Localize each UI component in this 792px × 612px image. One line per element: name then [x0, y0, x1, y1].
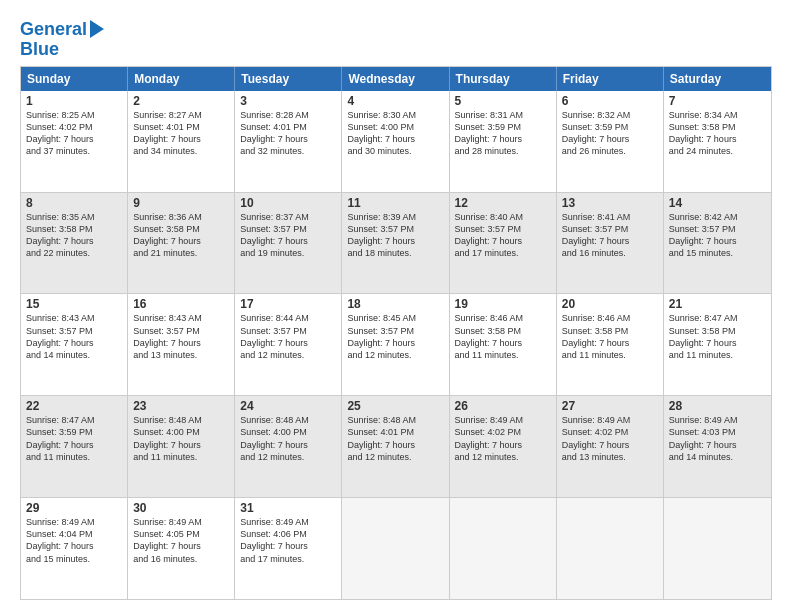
cell-details: Sunrise: 8:30 AMSunset: 4:00 PMDaylight:… — [347, 109, 443, 158]
cell-details: Sunrise: 8:43 AMSunset: 3:57 PMDaylight:… — [133, 312, 229, 361]
calendar-row-3: 15Sunrise: 8:43 AMSunset: 3:57 PMDayligh… — [21, 294, 771, 396]
day-number: 13 — [562, 196, 658, 210]
day-number: 21 — [669, 297, 766, 311]
day-number: 1 — [26, 94, 122, 108]
calendar-cell: 14Sunrise: 8:42 AMSunset: 3:57 PMDayligh… — [664, 193, 771, 294]
calendar-cell: 26Sunrise: 8:49 AMSunset: 4:02 PMDayligh… — [450, 396, 557, 497]
header-cell-tuesday: Tuesday — [235, 67, 342, 91]
day-number: 3 — [240, 94, 336, 108]
day-number: 17 — [240, 297, 336, 311]
logo: General Blue — [20, 20, 106, 60]
calendar-cell: 15Sunrise: 8:43 AMSunset: 3:57 PMDayligh… — [21, 294, 128, 395]
calendar-cell: 18Sunrise: 8:45 AMSunset: 3:57 PMDayligh… — [342, 294, 449, 395]
cell-details: Sunrise: 8:37 AMSunset: 3:57 PMDaylight:… — [240, 211, 336, 260]
calendar-cell: 9Sunrise: 8:36 AMSunset: 3:58 PMDaylight… — [128, 193, 235, 294]
svg-marker-0 — [90, 20, 104, 38]
header-cell-monday: Monday — [128, 67, 235, 91]
header-cell-wednesday: Wednesday — [342, 67, 449, 91]
day-number: 2 — [133, 94, 229, 108]
logo-icon — [88, 18, 106, 40]
day-number: 25 — [347, 399, 443, 413]
day-number: 5 — [455, 94, 551, 108]
calendar-cell: 16Sunrise: 8:43 AMSunset: 3:57 PMDayligh… — [128, 294, 235, 395]
day-number: 31 — [240, 501, 336, 515]
day-number: 22 — [26, 399, 122, 413]
cell-details: Sunrise: 8:46 AMSunset: 3:58 PMDaylight:… — [562, 312, 658, 361]
day-number: 19 — [455, 297, 551, 311]
page: General Blue SundayMondayTuesdayWednesda… — [0, 0, 792, 612]
day-number: 18 — [347, 297, 443, 311]
cell-details: Sunrise: 8:45 AMSunset: 3:57 PMDaylight:… — [347, 312, 443, 361]
calendar-cell: 29Sunrise: 8:49 AMSunset: 4:04 PMDayligh… — [21, 498, 128, 599]
cell-details: Sunrise: 8:31 AMSunset: 3:59 PMDaylight:… — [455, 109, 551, 158]
calendar-cell — [342, 498, 449, 599]
header-cell-friday: Friday — [557, 67, 664, 91]
calendar-cell: 4Sunrise: 8:30 AMSunset: 4:00 PMDaylight… — [342, 91, 449, 192]
cell-details: Sunrise: 8:39 AMSunset: 3:57 PMDaylight:… — [347, 211, 443, 260]
calendar-cell: 28Sunrise: 8:49 AMSunset: 4:03 PMDayligh… — [664, 396, 771, 497]
day-number: 12 — [455, 196, 551, 210]
header-cell-thursday: Thursday — [450, 67, 557, 91]
cell-details: Sunrise: 8:43 AMSunset: 3:57 PMDaylight:… — [26, 312, 122, 361]
day-number: 6 — [562, 94, 658, 108]
day-number: 10 — [240, 196, 336, 210]
day-number: 4 — [347, 94, 443, 108]
calendar-cell: 30Sunrise: 8:49 AMSunset: 4:05 PMDayligh… — [128, 498, 235, 599]
cell-details: Sunrise: 8:47 AMSunset: 3:59 PMDaylight:… — [26, 414, 122, 463]
calendar-cell: 13Sunrise: 8:41 AMSunset: 3:57 PMDayligh… — [557, 193, 664, 294]
calendar-cell: 10Sunrise: 8:37 AMSunset: 3:57 PMDayligh… — [235, 193, 342, 294]
calendar-cell: 1Sunrise: 8:25 AMSunset: 4:02 PMDaylight… — [21, 91, 128, 192]
day-number: 27 — [562, 399, 658, 413]
logo-text-line1: General — [20, 20, 87, 40]
cell-details: Sunrise: 8:47 AMSunset: 3:58 PMDaylight:… — [669, 312, 766, 361]
calendar-cell: 12Sunrise: 8:40 AMSunset: 3:57 PMDayligh… — [450, 193, 557, 294]
day-number: 9 — [133, 196, 229, 210]
day-number: 20 — [562, 297, 658, 311]
calendar-cell: 11Sunrise: 8:39 AMSunset: 3:57 PMDayligh… — [342, 193, 449, 294]
calendar-cell: 17Sunrise: 8:44 AMSunset: 3:57 PMDayligh… — [235, 294, 342, 395]
header: General Blue — [20, 16, 772, 60]
day-number: 29 — [26, 501, 122, 515]
cell-details: Sunrise: 8:48 AMSunset: 4:01 PMDaylight:… — [347, 414, 443, 463]
calendar-cell: 5Sunrise: 8:31 AMSunset: 3:59 PMDaylight… — [450, 91, 557, 192]
header-cell-sunday: Sunday — [21, 67, 128, 91]
calendar-cell: 7Sunrise: 8:34 AMSunset: 3:58 PMDaylight… — [664, 91, 771, 192]
calendar-cell — [557, 498, 664, 599]
day-number: 28 — [669, 399, 766, 413]
day-number: 23 — [133, 399, 229, 413]
calendar-row-5: 29Sunrise: 8:49 AMSunset: 4:04 PMDayligh… — [21, 498, 771, 599]
calendar-cell: 2Sunrise: 8:27 AMSunset: 4:01 PMDaylight… — [128, 91, 235, 192]
calendar-cell: 3Sunrise: 8:28 AMSunset: 4:01 PMDaylight… — [235, 91, 342, 192]
cell-details: Sunrise: 8:27 AMSunset: 4:01 PMDaylight:… — [133, 109, 229, 158]
day-number: 24 — [240, 399, 336, 413]
day-number: 14 — [669, 196, 766, 210]
cell-details: Sunrise: 8:44 AMSunset: 3:57 PMDaylight:… — [240, 312, 336, 361]
calendar-cell: 27Sunrise: 8:49 AMSunset: 4:02 PMDayligh… — [557, 396, 664, 497]
cell-details: Sunrise: 8:49 AMSunset: 4:05 PMDaylight:… — [133, 516, 229, 565]
calendar-cell: 19Sunrise: 8:46 AMSunset: 3:58 PMDayligh… — [450, 294, 557, 395]
day-number: 15 — [26, 297, 122, 311]
cell-details: Sunrise: 8:49 AMSunset: 4:04 PMDaylight:… — [26, 516, 122, 565]
cell-details: Sunrise: 8:49 AMSunset: 4:03 PMDaylight:… — [669, 414, 766, 463]
day-number: 8 — [26, 196, 122, 210]
calendar-cell — [664, 498, 771, 599]
cell-details: Sunrise: 8:41 AMSunset: 3:57 PMDaylight:… — [562, 211, 658, 260]
calendar-cell: 22Sunrise: 8:47 AMSunset: 3:59 PMDayligh… — [21, 396, 128, 497]
cell-details: Sunrise: 8:32 AMSunset: 3:59 PMDaylight:… — [562, 109, 658, 158]
cell-details: Sunrise: 8:49 AMSunset: 4:06 PMDaylight:… — [240, 516, 336, 565]
day-number: 11 — [347, 196, 443, 210]
header-cell-saturday: Saturday — [664, 67, 771, 91]
cell-details: Sunrise: 8:40 AMSunset: 3:57 PMDaylight:… — [455, 211, 551, 260]
calendar-cell — [450, 498, 557, 599]
cell-details: Sunrise: 8:48 AMSunset: 4:00 PMDaylight:… — [240, 414, 336, 463]
calendar-cell: 23Sunrise: 8:48 AMSunset: 4:00 PMDayligh… — [128, 396, 235, 497]
logo-text-line2: Blue — [20, 40, 106, 60]
cell-details: Sunrise: 8:48 AMSunset: 4:00 PMDaylight:… — [133, 414, 229, 463]
cell-details: Sunrise: 8:49 AMSunset: 4:02 PMDaylight:… — [562, 414, 658, 463]
calendar-cell: 20Sunrise: 8:46 AMSunset: 3:58 PMDayligh… — [557, 294, 664, 395]
calendar-cell: 31Sunrise: 8:49 AMSunset: 4:06 PMDayligh… — [235, 498, 342, 599]
cell-details: Sunrise: 8:36 AMSunset: 3:58 PMDaylight:… — [133, 211, 229, 260]
day-number: 16 — [133, 297, 229, 311]
calendar-cell: 24Sunrise: 8:48 AMSunset: 4:00 PMDayligh… — [235, 396, 342, 497]
calendar-header: SundayMondayTuesdayWednesdayThursdayFrid… — [21, 67, 771, 91]
